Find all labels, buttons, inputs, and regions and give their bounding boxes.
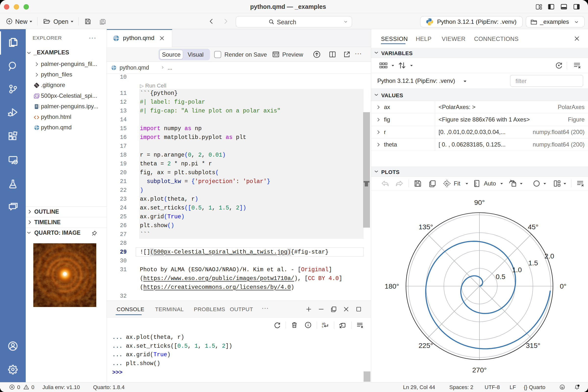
svg-text:45°: 45° <box>528 223 538 231</box>
svg-text:2.0: 2.0 <box>544 252 554 260</box>
svg-text:0.5: 0.5 <box>496 273 506 280</box>
svg-text:135°: 135° <box>419 223 433 231</box>
svg-text:1.0: 1.0 <box>512 266 522 274</box>
svg-text:180°: 180° <box>385 282 399 290</box>
svg-text:315°: 315° <box>526 342 540 349</box>
svg-text:225°: 225° <box>419 342 433 349</box>
svg-text:270°: 270° <box>472 366 487 374</box>
svg-text:0°: 0° <box>560 282 566 290</box>
svg-text:c: c <box>322 324 324 328</box>
svg-text:1.5: 1.5 <box>528 259 538 267</box>
svg-text:90°: 90° <box>474 198 484 206</box>
